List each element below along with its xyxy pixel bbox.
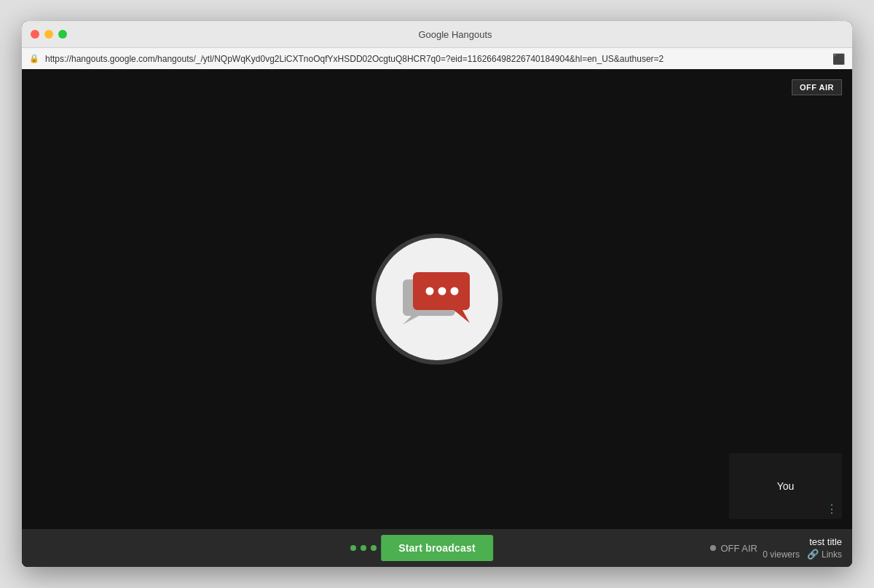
broadcast-info: test title 0 viewers 🔗 Links: [763, 536, 842, 560]
address-text: https://hangouts.google.com/hangouts/_/y…: [45, 54, 827, 64]
dot-2: [361, 545, 366, 551]
viewers-count: 0 viewers: [763, 549, 800, 560]
broadcast-title: test title: [763, 536, 842, 547]
svg-marker-1: [403, 316, 419, 325]
links-button[interactable]: 🔗 Links: [807, 549, 842, 560]
address-bar: 🔒 https://hangouts.google.com/hangouts/_…: [22, 47, 852, 69]
svg-point-5: [451, 287, 459, 295]
svg-point-3: [426, 287, 434, 295]
off-air-dot-icon: [710, 545, 716, 551]
hangouts-logo-circle: [371, 234, 503, 365]
video-area: OFF AIR: [22, 69, 852, 529]
window-title: Google Hangouts: [67, 29, 843, 40]
dot-3: [371, 545, 377, 551]
hangouts-icon: [397, 266, 477, 332]
bottom-bar: Start broadcast OFF AIR test title 0 vie…: [22, 529, 852, 567]
broadcast-meta: 0 viewers 🔗 Links: [763, 549, 842, 560]
you-thumbnail: You ⋮: [729, 453, 842, 519]
links-icon: 🔗: [807, 549, 819, 560]
off-air-bottom: OFF AIR: [710, 543, 757, 554]
dot-1: [350, 545, 356, 551]
lock-icon: 🔒: [29, 54, 39, 63]
browser-window: Google Hangouts 🔒 https://hangouts.googl…: [22, 21, 852, 567]
start-broadcast-button[interactable]: Start broadcast: [381, 535, 493, 561]
you-options-icon[interactable]: ⋮: [826, 502, 838, 516]
you-label: You: [777, 480, 795, 492]
minimize-button[interactable]: [44, 30, 53, 39]
main-content: OFF AIR: [22, 69, 852, 567]
links-label: Links: [822, 549, 842, 560]
title-bar: Google Hangouts: [22, 21, 852, 47]
off-air-text: OFF AIR: [720, 543, 757, 554]
close-button[interactable]: [31, 30, 39, 39]
camera-icon[interactable]: ⬛: [832, 53, 845, 65]
svg-marker-6: [454, 310, 470, 323]
off-air-badge-top: OFF AIR: [792, 79, 842, 95]
traffic-lights: [31, 30, 67, 39]
svg-point-4: [438, 287, 446, 295]
maximize-button[interactable]: [58, 30, 67, 39]
